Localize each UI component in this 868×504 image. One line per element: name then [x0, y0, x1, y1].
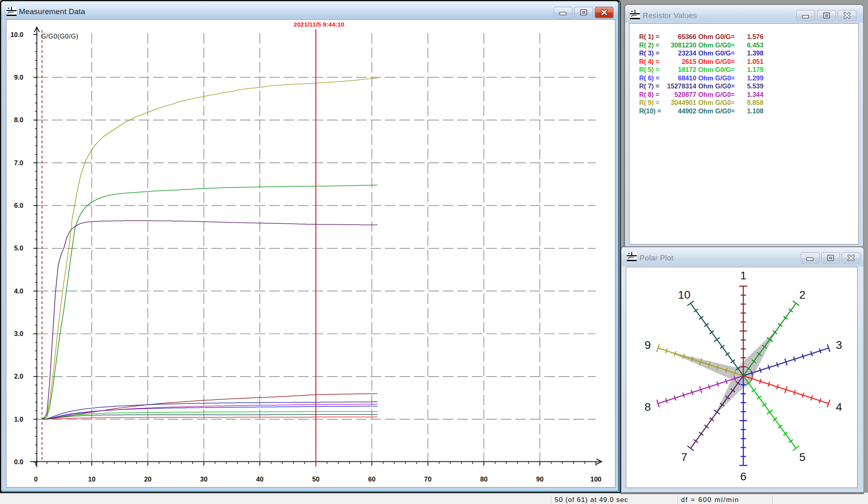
svg-text:5: 5 — [799, 451, 806, 463]
svg-text:20: 20 — [144, 475, 151, 483]
svg-text:40: 40 — [256, 475, 263, 483]
svg-text:50: 50 — [312, 475, 319, 483]
svg-text:2.0: 2.0 — [14, 373, 23, 380]
svg-text:4: 4 — [836, 401, 842, 413]
svg-text:3.0: 3.0 — [14, 330, 23, 337]
svg-text:9: 9 — [644, 339, 651, 351]
svg-text:0.0: 0.0 — [14, 458, 23, 465]
svg-text:1: 1 — [740, 269, 747, 282]
svg-text:4.0: 4.0 — [14, 287, 23, 295]
svg-text:6.0: 6.0 — [14, 202, 23, 209]
svg-text:0: 0 — [34, 475, 37, 483]
svg-text:7.0: 7.0 — [14, 159, 23, 166]
svg-text:2021/11/5 9:44:10: 2021/11/5 9:44:10 — [294, 21, 344, 28]
svg-text:8.0: 8.0 — [14, 116, 23, 123]
svg-text:70: 70 — [424, 475, 432, 483]
svg-text:10.0: 10.0 — [10, 31, 23, 38]
svg-text:100: 100 — [590, 475, 602, 483]
svg-text:3: 3 — [836, 339, 842, 351]
svg-text:5.0: 5.0 — [14, 244, 23, 252]
svg-text:7: 7 — [681, 451, 687, 463]
svg-text:2: 2 — [799, 289, 806, 301]
svg-text:30: 30 — [200, 475, 208, 483]
svg-text:1.0: 1.0 — [14, 416, 23, 423]
svg-text:10: 10 — [88, 475, 95, 483]
svg-text:8: 8 — [644, 401, 651, 413]
svg-text:10: 10 — [678, 289, 691, 301]
svg-text:9.0: 9.0 — [14, 74, 23, 81]
svg-text:60: 60 — [368, 475, 375, 483]
svg-text:80: 80 — [480, 475, 487, 483]
svg-text:6: 6 — [740, 470, 747, 483]
svg-text:90: 90 — [536, 475, 543, 483]
svg-text:G/G0(G0/G): G/G0(G0/G) — [41, 33, 78, 40]
